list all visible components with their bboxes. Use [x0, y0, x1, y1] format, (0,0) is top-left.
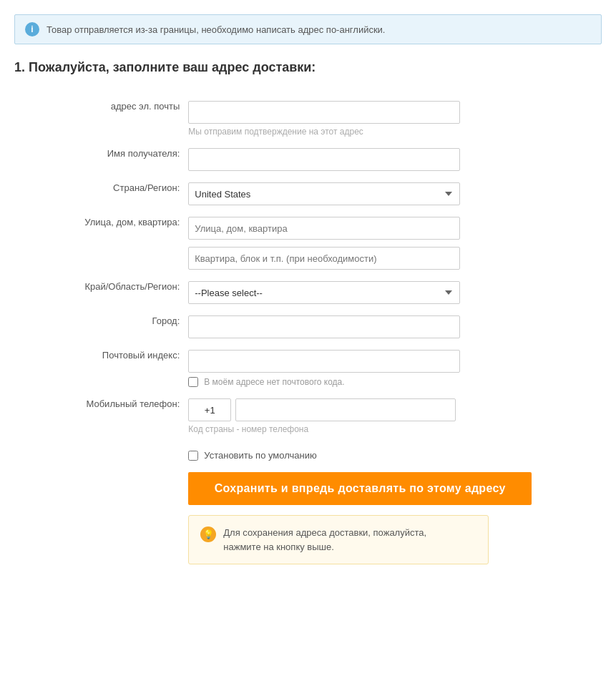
- street-input[interactable]: [188, 217, 460, 240]
- region-row: Край/Область/Регион: --Please select--: [14, 275, 602, 310]
- region-select[interactable]: --Please select--: [188, 281, 460, 304]
- default-row: Установить по умолчанию: [14, 440, 602, 466]
- zip-label: Почтовый индекс:: [14, 344, 184, 393]
- save-button[interactable]: Сохранить и впредь доставлять по этому а…: [188, 472, 532, 505]
- region-label: Край/Область/Регион:: [14, 275, 184, 310]
- default-input-cell: Установить по умолчанию: [184, 440, 602, 466]
- city-row: Город:: [14, 310, 602, 344]
- country-row: Страна/Регион: United States Russia Germ…: [14, 177, 602, 211]
- phone-number-input[interactable]: [235, 398, 456, 421]
- no-zip-row: В моём адресе нет почтового кода.: [188, 377, 597, 387]
- country-input-cell: United States Russia Germany France Unit…: [184, 177, 602, 211]
- city-label: Город:: [14, 310, 184, 344]
- street2-input[interactable]: [188, 247, 460, 270]
- street2-input-cell: [184, 245, 602, 275]
- phone-row: Мобильный телефон: Код страны - номер те…: [14, 393, 602, 440]
- default-checkbox[interactable]: [188, 451, 198, 461]
- info-banner: i Товар отправляется из-за границы, необ…: [14, 14, 602, 44]
- tip-text: Для сохранения адреса доставки, пожалуйс…: [223, 526, 426, 554]
- phone-label: Мобильный телефон:: [14, 393, 184, 440]
- name-row: Имя получателя:: [14, 142, 602, 177]
- country-label: Страна/Регион:: [14, 177, 184, 211]
- save-button-cell: Сохранить и впредь доставлять по этому а…: [184, 466, 602, 570]
- street-label: Улица, дом, квартира:: [14, 211, 184, 245]
- default-checkbox-row: Установить по умолчанию: [188, 450, 597, 461]
- section-title: 1. Пожалуйста, заполните ваш адрес доста…: [14, 60, 602, 75]
- info-icon: i: [25, 22, 39, 36]
- tip-lightbulb-icon: 💡: [203, 529, 214, 539]
- street2-row: [14, 245, 602, 275]
- zip-input[interactable]: [188, 350, 460, 373]
- address-form: адрес эл. почты Мы отправим подтверждени…: [14, 95, 602, 570]
- default-label: Установить по умолчанию: [204, 450, 316, 461]
- email-row: адрес эл. почты Мы отправим подтверждени…: [14, 95, 602, 142]
- zip-row: Почтовый индекс: В моём адресе нет почто…: [14, 344, 602, 393]
- name-label: Имя получателя:: [14, 142, 184, 177]
- zip-input-cell: В моём адресе нет почтового кода.: [184, 344, 602, 393]
- tip-icon: 💡: [200, 526, 216, 542]
- info-banner-text: Товар отправляется из-за границы, необхо…: [47, 24, 385, 35]
- street-row: Улица, дом, квартира:: [14, 211, 602, 245]
- region-input-cell: --Please select--: [184, 275, 602, 310]
- city-input[interactable]: [188, 315, 460, 338]
- tip-box: 💡 Для сохранения адреса доставки, пожалу…: [188, 515, 489, 564]
- name-input-cell: [184, 142, 602, 177]
- name-input[interactable]: [188, 148, 460, 171]
- no-zip-label: В моём адресе нет почтового кода.: [204, 377, 344, 387]
- phone-input-cell: Код страны - номер телефона: [184, 393, 602, 440]
- email-label: адрес эл. почты: [14, 95, 184, 142]
- email-input-cell: Мы отправим подтверждение на этот адрес: [184, 95, 602, 142]
- save-row: Сохранить и впредь доставлять по этому а…: [14, 466, 602, 570]
- no-zip-checkbox[interactable]: [188, 377, 198, 387]
- city-input-cell: [184, 310, 602, 344]
- phone-inputs: [188, 398, 597, 421]
- email-input[interactable]: [188, 101, 460, 124]
- phone-hint: Код страны - номер телефона: [188, 424, 597, 434]
- email-hint: Мы отправим подтверждение на этот адрес: [188, 127, 597, 137]
- phone-code-input[interactable]: [188, 398, 231, 421]
- street-input-cell: [184, 211, 602, 245]
- country-select[interactable]: United States Russia Germany France Unit…: [188, 182, 460, 205]
